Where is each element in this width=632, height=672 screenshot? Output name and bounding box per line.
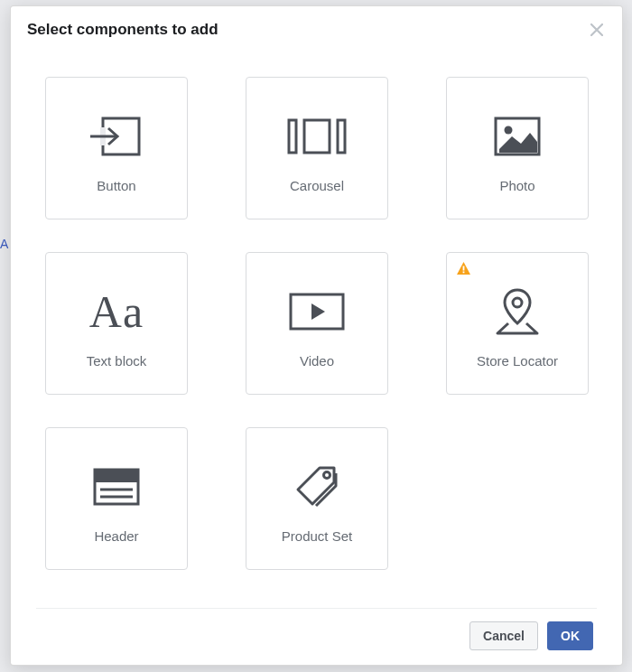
svg-point-14 — [324, 471, 330, 478]
card-label: Product Set — [282, 528, 352, 544]
modal-header: Select components to add — [11, 6, 622, 51]
component-picker-modal: Select components to add Button — [10, 5, 623, 666]
pin-icon — [485, 279, 550, 344]
card-header[interactable]: Header — [45, 427, 188, 570]
card-label: Photo — [499, 178, 534, 193]
card-label: Store Locator — [477, 353, 558, 369]
svg-point-9 — [513, 298, 522, 307]
close-icon[interactable] — [588, 21, 606, 39]
modal-title: Select components to add — [27, 21, 218, 39]
button-enter-icon — [84, 104, 149, 169]
card-button[interactable]: Button — [45, 77, 188, 219]
svg-rect-7 — [463, 266, 465, 271]
cancel-button[interactable]: Cancel — [469, 621, 538, 650]
svg-rect-11 — [95, 470, 138, 482]
carousel-icon — [284, 104, 349, 169]
warning-icon — [456, 261, 471, 275]
component-grid: Button Carousel — [45, 77, 588, 570]
card-label: Button — [97, 178, 135, 193]
svg-point-5 — [505, 126, 513, 134]
modal-footer: Cancel OK — [36, 608, 597, 665]
svg-rect-3 — [304, 120, 330, 153]
card-label: Carousel — [290, 178, 344, 193]
card-photo[interactable]: Photo — [446, 77, 589, 219]
card-carousel[interactable]: Carousel — [246, 77, 388, 219]
svg-rect-8 — [463, 272, 465, 274]
tag-icon — [284, 454, 349, 519]
video-icon — [284, 279, 349, 344]
backdrop-link-hint: A — [0, 237, 8, 251]
text-aa-icon: Aa — [84, 279, 149, 344]
modal-body: Button Carousel — [11, 51, 622, 608]
card-label: Header — [94, 528, 138, 544]
card-product-set[interactable]: Product Set — [246, 427, 388, 570]
photo-icon — [485, 104, 550, 169]
card-video[interactable]: Video — [246, 252, 388, 395]
card-store-locator[interactable]: Store Locator — [446, 252, 589, 395]
card-label: Text block — [87, 353, 147, 369]
header-icon — [84, 454, 149, 519]
card-label: Video — [300, 353, 334, 369]
ok-button[interactable]: OK — [547, 621, 593, 650]
card-text-block[interactable]: Aa Text block — [45, 252, 188, 395]
